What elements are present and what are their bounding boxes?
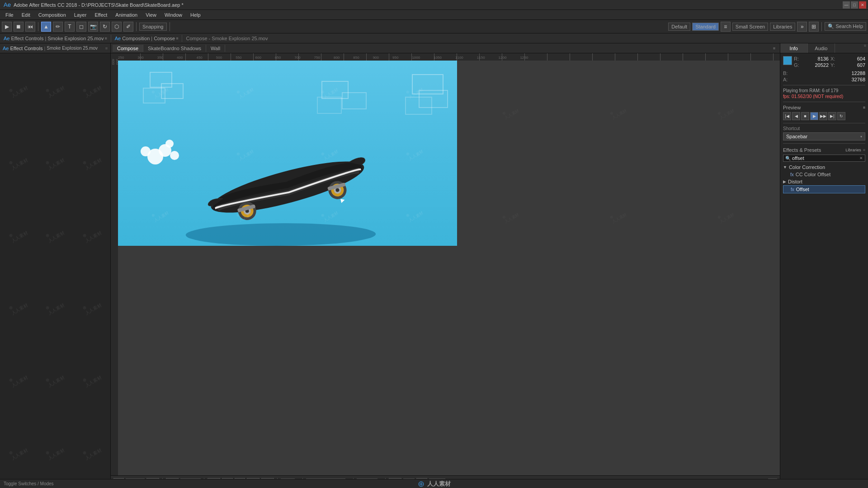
selection-tool[interactable]: ▲ xyxy=(41,22,51,32)
g-value-row: G: 20522 xyxy=(794,62,829,68)
viewer-options[interactable]: ≡ xyxy=(770,46,778,51)
default-workspace[interactable]: Default xyxy=(668,23,690,31)
libraries-link[interactable]: Libraries xyxy=(845,148,861,152)
menu-view[interactable]: View xyxy=(142,11,160,19)
center-area: Compose SkateBoardno Shadows Wall ≡ 100 … xyxy=(111,43,780,488)
standard-workspace[interactable]: Standard xyxy=(692,23,719,31)
menu-animation[interactable]: Animation xyxy=(112,11,141,19)
canvas-area[interactable]: 100 200 300 400 250 300 350 400 450 500 xyxy=(111,53,780,475)
composition-canvas[interactable]: ⊕人人素材 ⊕人人素材 ⊕人人素材 ⊕人人素材 ⊕人人素材 ⊕人人素材 ⊕人人素… xyxy=(118,61,457,246)
stop-button[interactable]: ⏹ xyxy=(14,22,24,32)
effects-search-input[interactable] xyxy=(792,155,859,161)
rotate-tool[interactable]: ↻ xyxy=(100,22,110,32)
composition-panel-tab[interactable]: Ae Composition | Compose ≡ xyxy=(111,35,183,42)
text-tool[interactable]: T xyxy=(65,22,75,32)
effects-menu[interactable]: ≡ xyxy=(863,148,865,152)
prev-back-btn[interactable]: ◀ xyxy=(792,112,800,120)
brand-bottom: ⊕ 人人素材 xyxy=(418,479,451,488)
search-help[interactable]: 🔍 Search Help xyxy=(825,22,866,31)
a-value: 32768 xyxy=(851,77,865,82)
top-ruler: 250 300 350 400 450 500 550 600 650 700 … xyxy=(118,53,780,61)
prev-first-btn[interactable]: |◀ xyxy=(783,112,791,120)
r-value-row: R: 8136 xyxy=(794,56,829,61)
block-9 xyxy=(405,97,432,115)
extend-button[interactable]: » xyxy=(797,22,807,32)
left-panel-menu[interactable]: ≡ xyxy=(105,46,108,51)
prev-stop-btn[interactable]: ■ xyxy=(801,112,809,120)
g-value: 20522 xyxy=(815,62,829,68)
close-button[interactable]: ✕ xyxy=(859,1,866,9)
canvas-right-area: ⊕人人素材 ⊕人人素材 ⊕人人素材 ⊕人人素材 ⊕人人素材 ⊕人人素材 xyxy=(457,61,780,475)
menu-file[interactable]: File xyxy=(2,11,17,19)
prev-loop-btn[interactable]: ↻ xyxy=(837,112,845,120)
comp-viewer: Compose SkateBoardno Shadows Wall ≡ 100 … xyxy=(111,43,780,488)
brush-tool[interactable]: ✐ xyxy=(123,22,133,32)
shortcut-value[interactable]: Spacebar ▾ xyxy=(783,132,865,141)
color-correction-category[interactable]: ▼ Color Correction xyxy=(783,164,865,171)
effects-search-bar[interactable]: 🔍 ✕ xyxy=(783,155,865,162)
menu-help[interactable]: Help xyxy=(187,11,204,19)
menu-composition[interactable]: Composition xyxy=(35,11,70,19)
brand-name: 人人素材 xyxy=(427,480,451,488)
cc-color-offset-item[interactable]: fx CC Color Offset xyxy=(783,171,865,178)
preview-menu[interactable]: ≡ xyxy=(863,105,865,110)
block-6 xyxy=(317,97,342,114)
play-button[interactable]: ▶ xyxy=(2,22,12,32)
camera-tool[interactable]: 📷 xyxy=(88,22,98,32)
clear-search-btn[interactable]: ✕ xyxy=(859,156,863,160)
panel-tabs-row: Ae Effect Controls | Smoke Explosion 25.… xyxy=(0,33,868,43)
cc-color-offset-icon: fx xyxy=(790,172,794,177)
color-values: R: 8136 G: 20522 xyxy=(794,56,829,69)
effects-header: Effects & Presets Libraries ≡ xyxy=(783,147,865,153)
playing-info: Playing from RAM: 6 of 179 xyxy=(783,88,865,93)
preview-section: Preview ≡ |◀ ◀ ■ ▶ ▶▶ ▶| ↻ xyxy=(783,105,865,120)
offset-effect-item[interactable]: fx Offset xyxy=(783,185,865,193)
toolbar-separator-1 xyxy=(38,22,38,31)
info-tab[interactable]: Info xyxy=(780,43,808,53)
effect-controls-tab[interactable]: Ae Effect Controls | Smoke Explosion 25.… xyxy=(0,35,111,42)
libraries-label[interactable]: Libraries xyxy=(770,23,795,31)
pen-tool[interactable]: ✏ xyxy=(53,22,63,32)
shape-tool[interactable]: ◻ xyxy=(76,22,86,32)
rewind-button[interactable]: ⏮ xyxy=(25,22,35,32)
app-icon: Ae xyxy=(4,1,11,8)
maximize-button[interactable]: □ xyxy=(851,1,858,9)
title-bar-text: Adobe After Effects CC 2018 - D:\PROJECT… xyxy=(14,2,864,8)
prev-play-btn[interactable]: ▶ xyxy=(810,112,818,120)
minimize-button[interactable]: — xyxy=(843,1,850,9)
menu-window[interactable]: Window xyxy=(161,11,186,19)
left-panel: Ae Effect Controls | Smoke Explosion 25.… xyxy=(0,43,111,488)
title-bar: Ae Adobe After Effects CC 2018 - D:\PROJ… xyxy=(0,0,868,10)
prev-fwd-btn[interactable]: ▶▶ xyxy=(819,112,827,120)
viewer-tab-skateboard[interactable]: SkateBoardno Shadows xyxy=(143,45,206,52)
rp-menu[interactable]: ≡ xyxy=(862,43,868,53)
audio-tab[interactable]: Audio xyxy=(808,43,835,53)
offset-label: Offset xyxy=(796,187,809,192)
right-panel-tabs: Info Audio ≡ xyxy=(780,43,868,53)
viewer-tab-compose[interactable]: Compose xyxy=(113,45,143,52)
toolbar-separator-4 xyxy=(821,22,822,31)
a-value-row: A: 32768 xyxy=(783,77,865,82)
viewer-tab-wall[interactable]: Wall xyxy=(206,45,225,52)
block-5 xyxy=(342,92,367,109)
menu-effect[interactable]: Effect xyxy=(91,11,111,19)
mask-tool[interactable]: ⬡ xyxy=(112,22,122,32)
menu-layer[interactable]: Layer xyxy=(71,11,90,19)
preview-label: Preview ≡ xyxy=(783,105,865,110)
prev-last-btn[interactable]: ▶| xyxy=(828,112,836,120)
smoke-explosion-label: Smoke Explosion 25.mov xyxy=(47,46,98,51)
shortcut-divider xyxy=(783,143,865,144)
position-values: X: 604 Y: 607 xyxy=(830,56,865,69)
distort-category[interactable]: ▶ Distort xyxy=(783,178,865,185)
shortcut-arrow: ▾ xyxy=(860,135,862,139)
color-correction-label: Color Correction xyxy=(789,164,825,170)
window-controls[interactable]: — □ ✕ xyxy=(843,1,866,9)
fps-info: fps: 01.562/30 (NOT required) xyxy=(783,94,865,99)
panel-options-button[interactable]: ⊞ xyxy=(809,22,819,32)
snapping-label[interactable]: Snapping xyxy=(139,23,167,31)
workspace-options[interactable]: ≡ xyxy=(721,22,731,32)
small-screen-label[interactable]: Small Screen xyxy=(732,23,768,31)
brand-logo: ⊕ xyxy=(418,479,425,488)
menu-edit[interactable]: Edit xyxy=(18,11,34,19)
block-3 xyxy=(143,88,165,103)
